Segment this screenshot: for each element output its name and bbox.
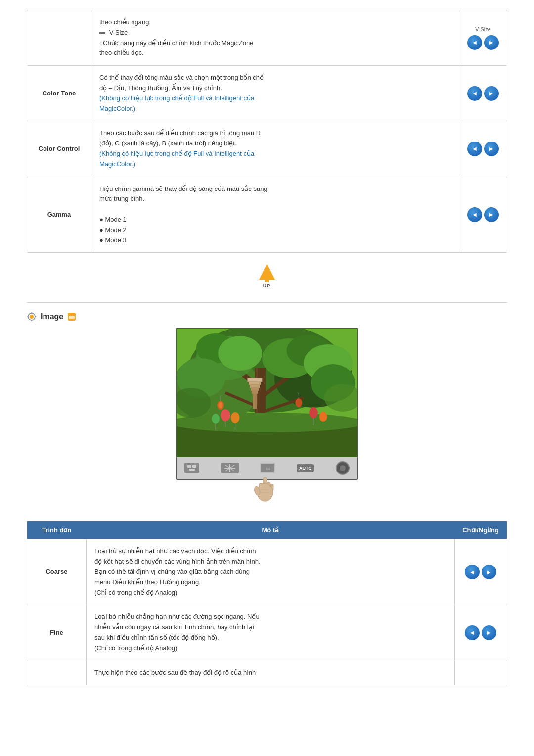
table-row-color-control: Color Control Theo các bước sau để điều … (27, 121, 507, 177)
nav-buttons-color-tone[interactable] (467, 86, 499, 101)
monitor-screen (177, 329, 357, 457)
color-control-desc: Theo các bước sau để điều chỉnh các giá … (91, 121, 459, 177)
nav-buttons-fine[interactable] (463, 625, 499, 640)
nav-right-gamma-btn[interactable] (484, 207, 499, 222)
table-row-last: Thực hiện theo các bước sau để thay đổi … (27, 661, 507, 685)
monitor-display: ▭ AUTO (176, 328, 358, 480)
header-menu: Trình đơn (27, 521, 87, 539)
svg-point-45 (319, 412, 327, 422)
nav-buttons-color-control[interactable] (467, 142, 499, 156)
vsize-label-text: V-Size (109, 29, 128, 36)
svg-rect-9 (69, 316, 75, 319)
last-actions (454, 661, 507, 685)
row-desc-vsize: theo chiều ngang. V-Size : Chức năng này… (91, 10, 459, 66)
last-label (27, 661, 87, 685)
row-action-vsize: V-Size (459, 10, 507, 66)
gamma-desc: Hiệu chỉnh gamma sẽ thay đổi độ sáng của… (91, 177, 459, 253)
nav-right-coarse-btn[interactable] (482, 565, 496, 579)
top-settings-table: theo chiều ngang. V-Size : Chức năng này… (27, 10, 507, 253)
nav-buttons-gamma[interactable] (467, 207, 499, 222)
nav-left-color-control-btn[interactable] (467, 142, 482, 156)
coarse-actions (454, 539, 507, 605)
fine-desc: Loại bỏ nhiễu chẳng hạn như các đường sọ… (87, 605, 455, 661)
up-button-section: UP (27, 253, 507, 293)
nav-buttons-coarse[interactable] (463, 565, 499, 579)
up-label: UP (263, 284, 271, 288)
monitor-ctrl-left (184, 463, 199, 473)
nav-left-coarse-btn[interactable] (465, 565, 480, 579)
svg-rect-32 (252, 391, 258, 394)
up-button[interactable]: UP (256, 262, 278, 288)
svg-point-22 (218, 336, 262, 371)
image-small-icon (67, 312, 76, 321)
fine-label: Fine (27, 605, 87, 661)
table-row-color-tone: Color Tone Có thể thay đổi tông màu sắc … (27, 66, 507, 121)
nav-buttons-vsize[interactable] (467, 35, 499, 50)
table-row-fine: Fine Loại bỏ nhiễu chẳng hạn như các đườ… (27, 605, 507, 661)
svg-rect-1 (265, 279, 269, 282)
color-control-actions (459, 121, 507, 177)
garden-svg (177, 329, 357, 457)
section-divider (27, 302, 507, 303)
svg-rect-30 (250, 385, 260, 388)
svg-point-43 (309, 407, 318, 418)
nav-right-color-control-btn[interactable] (484, 142, 499, 156)
gamma-mode3: ● Mode 3 (99, 236, 127, 244)
svg-point-39 (231, 412, 240, 423)
svg-point-37 (221, 409, 230, 421)
last-desc: Thực hiện theo các bước sau để thay đổi … (87, 661, 455, 685)
nav-left-btn[interactable] (467, 35, 482, 50)
svg-rect-54 (192, 465, 196, 468)
svg-point-36 (177, 413, 357, 432)
nav-left-gamma-btn[interactable] (467, 207, 482, 222)
ctrl-icon-2-svg (224, 464, 235, 472)
color-tone-desc: Có thể thay đổi tông màu sắc và chọn một… (91, 66, 459, 121)
svg-point-51 (295, 398, 302, 407)
image-sun-icon (27, 312, 37, 322)
monitor-wrapper: ▭ AUTO (173, 328, 361, 511)
bottom-settings-table: Trình đơn Mô tả Chơi/Ngừng Coarse Loại t… (27, 521, 507, 685)
svg-rect-53 (187, 465, 191, 468)
nav-left-fine-btn[interactable] (465, 625, 480, 640)
svg-rect-29 (249, 382, 261, 385)
svg-rect-55 (189, 469, 195, 471)
row-label-vsize (27, 10, 91, 66)
svg-point-49 (219, 402, 222, 408)
ctrl-icon-2[interactable] (221, 463, 239, 473)
ctrl-icon-1-svg (187, 465, 196, 471)
color-tone-note: (Không có hiệu lực trong chế độ Full và … (99, 94, 254, 112)
svg-marker-0 (259, 264, 275, 280)
header-desc: Mô tả (87, 521, 455, 539)
ctrl-icon-3[interactable]: ▭ (260, 463, 275, 473)
header-action: Chơi/Ngừng (454, 521, 507, 539)
hand-cursor-area (173, 475, 361, 511)
image-title-text: Image (41, 312, 63, 321)
coarse-label: Coarse (27, 539, 87, 605)
ctrl-icon-1[interactable] (184, 463, 199, 473)
color-tone-actions (459, 66, 507, 121)
table-header-row: Trình đơn Mô tả Chơi/Ngừng (27, 521, 507, 539)
color-tone-label: Color Tone (27, 66, 91, 121)
ctrl-icon-3-label: ▭ (266, 466, 270, 471)
table-row-coarse: Coarse Loại trừ sự nhiễu hạt như các vạc… (27, 539, 507, 605)
nav-right-fine-btn[interactable] (482, 625, 496, 640)
nav-left-color-tone-btn[interactable] (467, 86, 482, 101)
svg-point-2 (30, 315, 34, 319)
svg-rect-31 (251, 388, 259, 391)
svg-rect-28 (247, 378, 262, 382)
image-section-title: Image (27, 312, 507, 322)
coarse-desc: Loại trừ sự nhiễu hạt như các vạch dọc. … (87, 539, 455, 605)
svg-point-41 (212, 414, 220, 424)
gamma-mode2: ● Mode 2 (99, 226, 127, 234)
ctrl-power-inner (340, 465, 346, 471)
svg-rect-33 (253, 394, 257, 409)
ctrl-power-btn[interactable] (336, 461, 350, 475)
fine-actions (454, 605, 507, 661)
nav-right-color-tone-btn[interactable] (484, 86, 499, 101)
table-row-gamma: Gamma Hiệu chỉnh gamma sẽ thay đổi độ sá… (27, 177, 507, 253)
vsize-label-top: V-Size (467, 26, 499, 32)
nav-right-btn[interactable] (484, 35, 499, 50)
table-row: theo chiều ngang. V-Size : Chức năng này… (27, 10, 507, 66)
hand-cursor-svg (252, 475, 282, 510)
ctrl-auto-btn[interactable]: AUTO (297, 464, 314, 472)
